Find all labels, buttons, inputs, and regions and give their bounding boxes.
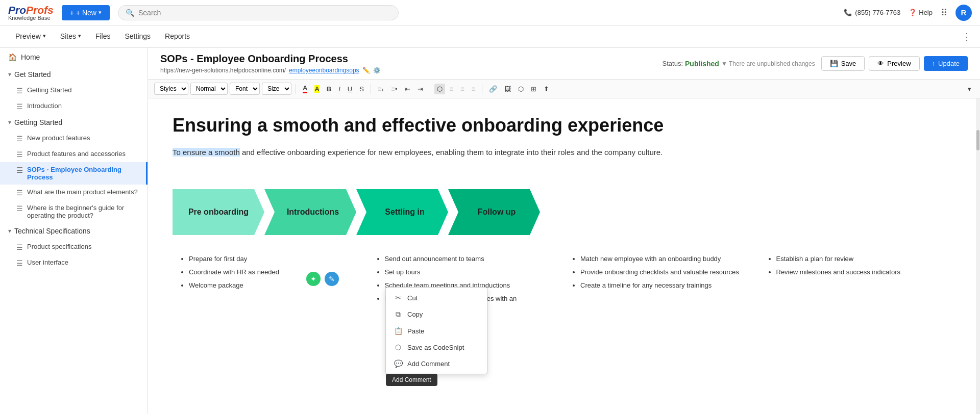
- doc-icon: ☰: [16, 189, 23, 197]
- search-input[interactable]: [138, 9, 391, 17]
- context-menu-paste[interactable]: 📋 Paste: [386, 323, 487, 339]
- embed-button[interactable]: ⬡: [516, 84, 526, 94]
- underline-button[interactable]: U: [345, 84, 355, 94]
- preview-icon: 👁: [877, 60, 884, 67]
- separator2: [371, 84, 371, 94]
- indent-button[interactable]: ⇥: [415, 84, 426, 94]
- nav-reports-label: Reports: [165, 32, 190, 40]
- edit-url-icon[interactable]: ✏️: [362, 67, 370, 74]
- edit-handle[interactable]: ✎: [325, 272, 339, 286]
- sidebar-item-product-features-accessories[interactable]: ☰ Product features and accessories: [0, 146, 148, 162]
- more-toolbar-button[interactable]: ▾: [965, 84, 974, 94]
- section-label: Technical Specifications: [14, 227, 90, 235]
- highlight-button[interactable]: A: [312, 84, 322, 94]
- url-slug[interactable]: employeeonboardingsops: [289, 67, 359, 74]
- save-button[interactable]: 💾 Save: [821, 56, 865, 71]
- paste-label: Paste: [407, 327, 424, 335]
- sidebar-item-getting-started[interactable]: ☰ Getting Started: [0, 83, 148, 98]
- context-menu-save-codenipt[interactable]: ⬡ Save as CodeSnipt: [386, 339, 487, 355]
- item-label: Product features and accessories: [27, 150, 126, 158]
- context-menu-cut[interactable]: ✂ Cut: [386, 290, 487, 306]
- bullet-item: Set up tours: [385, 267, 556, 278]
- sidebar-item-product-specifications[interactable]: ☰ Product specifications: [0, 239, 148, 255]
- table-button[interactable]: ⊞: [528, 84, 539, 94]
- font-color-button[interactable]: A: [300, 83, 310, 95]
- logo: ProProfs Knowledge Base: [8, 5, 54, 21]
- doc-icon: ☰: [16, 259, 23, 267]
- chevron-down-icon: ▾: [99, 9, 102, 16]
- font-select[interactable]: Font: [230, 83, 260, 95]
- sidebar-item-sops-employee[interactable]: ☰ SOPs - Employee Onboarding Process: [0, 162, 148, 185]
- context-menu-add-comment[interactable]: 💬 Add Comment Add Comment: [386, 355, 487, 372]
- nav-reports[interactable]: Reports: [158, 25, 197, 47]
- new-button[interactable]: + + New ▾: [62, 5, 110, 20]
- nav-sites-label: Sites: [60, 32, 76, 40]
- top-bar: ProProfs Knowledge Base + + New ▾ 🔍 📞 (8…: [0, 0, 980, 25]
- sidebar-section-get-started[interactable]: ▾ Get Started: [0, 66, 148, 83]
- align-left-button[interactable]: ⬡: [434, 84, 445, 94]
- editor-top-bar: SOPs - Employee Onboarding Process https…: [148, 48, 980, 80]
- sidebar-section-getting-started[interactable]: ▾ Getting Started: [0, 114, 148, 131]
- update-button[interactable]: ↑ Update: [924, 56, 968, 71]
- sidebar-home[interactable]: 🏠 Home: [0, 48, 148, 66]
- grid-icon[interactable]: ⠿: [941, 7, 947, 18]
- item-label: New product features: [27, 134, 90, 142]
- editor-body[interactable]: Ensuring a smooth and effective onboardi…: [148, 98, 980, 414]
- comment-icon: 💬: [394, 359, 402, 368]
- paste-icon: 📋: [394, 327, 402, 335]
- nav-sites[interactable]: Sites ▾: [53, 25, 88, 47]
- normal-select[interactable]: Normal: [190, 83, 228, 95]
- link-button[interactable]: 🔗: [486, 84, 500, 94]
- preview-button[interactable]: 👁 Preview: [869, 56, 919, 71]
- image-button[interactable]: 🖼: [502, 84, 513, 94]
- url-base: https://new-gen-solutions.helpdocsonline…: [160, 67, 286, 74]
- doc-icon: ☰: [16, 204, 23, 213]
- separator: [296, 84, 296, 94]
- logo-text: Pro: [8, 5, 26, 15]
- more-options-button[interactable]: ⋮: [962, 31, 972, 43]
- nav-preview[interactable]: Preview ▾: [8, 25, 53, 47]
- outdent-button[interactable]: ⇤: [402, 84, 413, 94]
- sidebar: 🏠 Home ▾ Get Started ☰ Getting Started ☰…: [0, 48, 148, 414]
- help-link[interactable]: ❓ Help: [909, 9, 933, 16]
- align-center-button[interactable]: ≡: [447, 84, 456, 94]
- bullets-row: Prepare for first day Coordinate with HR…: [173, 247, 955, 313]
- status-area: Status: Published ▼ There are unpublishe…: [663, 56, 968, 71]
- unordered-list-button[interactable]: ≡•: [388, 84, 400, 94]
- page-title: SOPs - Employee Onboarding Process: [160, 53, 381, 65]
- styles-select[interactable]: Styles: [154, 83, 188, 95]
- sidebar-item-new-product-features[interactable]: ☰ New product features: [0, 131, 148, 146]
- sidebar-item-main-product-elements[interactable]: ☰ What are the main product elements?: [0, 185, 148, 200]
- nav-settings[interactable]: Settings: [117, 25, 158, 47]
- bullets-col-3: Establish a plan for review Review miles…: [760, 247, 956, 313]
- phone-icon: 📞: [844, 9, 852, 16]
- step-follow-up: Follow up: [448, 189, 540, 235]
- steps-container: Pre onboarding Introductions Settling in…: [173, 189, 955, 235]
- bold-button[interactable]: B: [324, 84, 334, 94]
- align-justify-button[interactable]: ≡: [469, 84, 478, 94]
- status-label: Status:: [663, 60, 683, 67]
- size-select[interactable]: Size: [262, 83, 291, 95]
- settings-icon[interactable]: ⚙️: [373, 67, 381, 74]
- ai-handle[interactable]: ✦: [306, 272, 321, 286]
- sidebar-item-beginners-guide[interactable]: ☰ Where is the beginner's guide for oper…: [0, 200, 148, 223]
- sidebar-section-technical[interactable]: ▾ Technical Specifications: [0, 223, 148, 239]
- sidebar-item-user-interface[interactable]: ☰ User interface: [0, 255, 148, 271]
- plus-icon: +: [70, 9, 74, 17]
- item-label: What are the main product elements?: [27, 188, 138, 196]
- avatar[interactable]: R: [955, 5, 972, 21]
- ordered-list-button[interactable]: ≡₁: [375, 84, 387, 94]
- italic-button[interactable]: I: [336, 84, 343, 94]
- nav-files-label: Files: [95, 32, 111, 40]
- sidebar-item-introduction[interactable]: ☰ Introduction: [0, 98, 148, 114]
- scrollbar-thumb[interactable]: [976, 130, 979, 150]
- cut-label: Cut: [407, 294, 418, 302]
- cut-icon: ✂: [394, 294, 402, 302]
- status-info: Status: Published ▼ There are unpublishe…: [663, 60, 815, 68]
- context-menu-copy[interactable]: ⧉ Copy: [386, 306, 487, 323]
- align-right-button[interactable]: ≡: [458, 84, 467, 94]
- upload-button[interactable]: ⬆: [541, 84, 552, 94]
- item-label: SOPs - Employee Onboarding Process: [27, 166, 138, 181]
- strikethrough-button[interactable]: S: [357, 84, 366, 94]
- nav-files[interactable]: Files: [88, 25, 118, 47]
